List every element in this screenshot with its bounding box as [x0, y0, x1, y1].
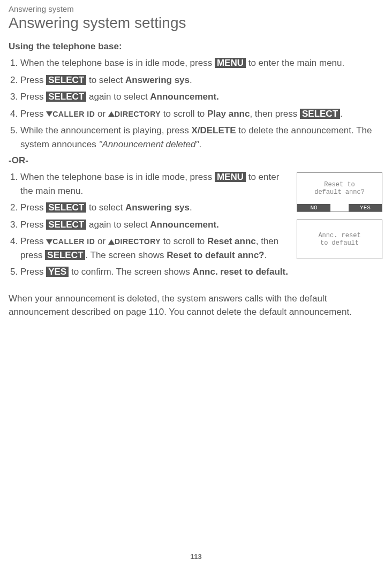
- text: .: [199, 139, 201, 149]
- yes-key: YES: [46, 267, 69, 277]
- text: While the announcement is playing, press: [20, 125, 191, 135]
- step-a3: Press SELECT again to select Announcemen…: [20, 90, 383, 104]
- step-a4: Press CALLER ID or DIRECTORY to scroll t…: [20, 107, 383, 121]
- text: Press: [20, 75, 46, 85]
- select-key: SELECT: [45, 250, 85, 260]
- text: . The screen shows: [85, 250, 167, 260]
- text: Press: [20, 202, 46, 213]
- text: again to select: [86, 92, 150, 102]
- step-a2: Press SELECT to select Answering sys.: [20, 73, 383, 87]
- screen-line: Reset to: [324, 181, 355, 188]
- text: to confirm. The screen shows: [69, 267, 192, 277]
- select-key: SELECT: [46, 92, 86, 102]
- arrow-down-icon: [46, 111, 52, 117]
- select-key: SELECT: [46, 202, 86, 213]
- text: Press: [20, 236, 46, 246]
- select-key: SELECT: [300, 109, 340, 119]
- step-b5: Press YES to confirm. The screen shows A…: [20, 265, 290, 279]
- step-b1: When the telephone base is in idle mode,…: [20, 170, 290, 198]
- step-a1: When the telephone base is in idle mode,…: [20, 56, 383, 70]
- section-a-heading: Using the telephone base:: [9, 41, 383, 52]
- text: to select: [86, 202, 125, 213]
- text: When the telephone base is in idle mode,…: [20, 58, 215, 68]
- section-a-steps: When the telephone base is in idle mode,…: [9, 56, 383, 151]
- screen-line: default annc?: [314, 188, 365, 196]
- text: , then press: [250, 109, 300, 119]
- x-delete-key: X/DELETE: [191, 125, 236, 135]
- text: again to select: [86, 220, 150, 230]
- select-key: SELECT: [46, 220, 86, 230]
- text: or: [95, 109, 108, 119]
- text: .: [190, 202, 192, 213]
- text: to enter the main menu.: [246, 58, 344, 68]
- text: to select: [86, 75, 125, 85]
- page-title: Answering system settings: [9, 14, 383, 32]
- reset-annc-label: Reset annc: [207, 236, 256, 246]
- text: Press: [20, 220, 46, 230]
- screen-line: to default: [320, 239, 359, 247]
- announcement-label: Announcement.: [150, 220, 218, 230]
- text: .: [265, 250, 267, 260]
- text: Press: [20, 109, 46, 119]
- menu-key: MENU: [215, 58, 246, 68]
- screen-reset-done: Annc. reset to default: [297, 220, 382, 259]
- arrow-down-icon: [46, 239, 52, 245]
- answering-sys-label: Answering sys: [125, 75, 190, 85]
- text: to scroll to: [161, 236, 207, 246]
- screen-softkey-yes: YES: [349, 204, 382, 211]
- directory-key: DIRECTORY: [115, 110, 161, 118]
- text: .: [340, 109, 343, 119]
- play-annc-label: Play annc: [207, 109, 250, 119]
- reset-default-annc-label: Reset to default annc?: [167, 250, 264, 260]
- caller-id-key: CALLER ID: [52, 110, 95, 118]
- step-a5: While the announcement is playing, press…: [20, 124, 383, 151]
- announcement-label: Announcement.: [150, 92, 218, 102]
- text: or: [95, 236, 108, 246]
- screen-illustrations: Reset to default annc? NO YES Annc. rese…: [297, 172, 383, 267]
- breadcrumb: Answering system: [9, 4, 383, 13]
- text: Press: [20, 92, 46, 102]
- announcement-deleted-quote: "Announcement deleted": [99, 139, 199, 149]
- text: Press: [20, 267, 46, 277]
- step-b2: Press SELECT to select Answering sys.: [20, 201, 290, 215]
- text: .: [190, 75, 192, 85]
- step-b4: Press CALLER ID or DIRECTORY to scroll t…: [20, 235, 290, 262]
- page-number: 113: [0, 553, 392, 561]
- section-b-steps: When the telephone base is in idle mode,…: [9, 170, 290, 279]
- answering-sys-label: Answering sys: [125, 202, 190, 213]
- screen-softkey-no: NO: [297, 204, 330, 211]
- menu-key: MENU: [215, 172, 246, 182]
- arrow-up-icon: [108, 111, 115, 117]
- caller-id-key: CALLER ID: [52, 237, 95, 246]
- text: When the telephone base is in idle mode,…: [20, 172, 215, 182]
- screen-line: Annc. reset: [318, 232, 360, 239]
- select-key: SELECT: [46, 75, 86, 85]
- step-b3: Press SELECT again to select Announcemen…: [20, 218, 290, 232]
- directory-key: DIRECTORY: [115, 237, 161, 246]
- arrow-up-icon: [108, 239, 115, 245]
- footer-paragraph: When your announcement is deleted, the s…: [9, 292, 383, 319]
- screen-reset-confirm: Reset to default annc? NO YES: [297, 172, 382, 212]
- or-separator: -OR-: [9, 155, 383, 166]
- text: to scroll to: [161, 109, 207, 119]
- annc-reset-default-label: Annc. reset to default.: [192, 267, 288, 277]
